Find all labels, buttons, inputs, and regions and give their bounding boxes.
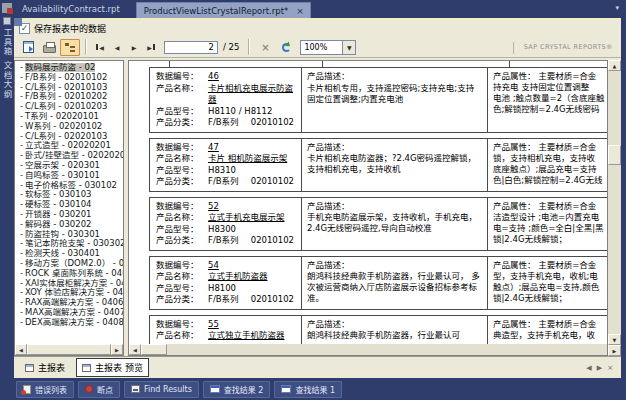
record-attributes: 锁|2.4G无线解锁； bbox=[493, 234, 607, 245]
last-page-button[interactable]: ▶ bbox=[143, 39, 159, 55]
tab-availability-contract[interactable]: AvailabilityContract.rpt bbox=[14, 4, 130, 18]
sidebar-tab-toolbox[interactable]: 工具箱 bbox=[0, 17, 14, 57]
tree-scrollbar-thumb[interactable] bbox=[27, 344, 111, 355]
tree-item[interactable]: C/L系列 - 02010203 bbox=[16, 102, 123, 112]
tree-item[interactable]: 检测天线 - 030401 bbox=[16, 249, 123, 259]
tree-item[interactable]: 自鸣标签 - 030101 bbox=[16, 171, 123, 181]
field-label: 产品名称： bbox=[156, 212, 208, 224]
designer-tab-strip: 主报表 主报表 预览 ◀ ▶ × bbox=[14, 356, 621, 378]
record-description: 卡片相机充电防盗器；?2.4G密码遥控解锁，支持相机充电，支持收机 bbox=[307, 153, 482, 175]
record-description: 卡片相机专用，支持遥控密码;支持充电;支持固定位置调整;内置充电池 bbox=[307, 83, 482, 105]
desc-label: 产品描述： bbox=[307, 71, 482, 83]
pane-scroll-left-icon[interactable]: ◀ bbox=[586, 364, 591, 372]
pane-close-icon[interactable]: × bbox=[607, 364, 613, 372]
tree-item[interactable]: 笔记本防抢支架 - 030302 bbox=[16, 239, 123, 249]
report-horizontal-scrollbar[interactable]: ◀ bbox=[129, 344, 607, 355]
last-page-arrow: ▶ bbox=[147, 44, 152, 51]
left-tool-strip: 工具箱 文档大纲 bbox=[0, 0, 14, 378]
tree-item[interactable]: RAX高端解决方案 - 0406 bbox=[16, 298, 123, 308]
last-page-icon bbox=[153, 44, 155, 50]
scroll-up-icon[interactable]: ▲ bbox=[608, 60, 621, 71]
tree-item[interactable]: DEX高端解决方案 - 0408 bbox=[16, 318, 123, 328]
tab-main-report-preview[interactable]: 主报表 预览 bbox=[76, 358, 149, 377]
tree-item[interactable]: F/B系列 - 02010102 bbox=[16, 73, 123, 83]
tree-item[interactable]: 移动方案（DOM2.0） - 040 bbox=[16, 259, 123, 269]
search-results-2-button[interactable]: 查找结果 2 bbox=[203, 381, 271, 398]
zoom-value: 100% bbox=[301, 43, 342, 52]
tree-item[interactable]: 立式造型 - 02020201 bbox=[16, 141, 123, 151]
stop-loading-button[interactable]: × bbox=[255, 39, 275, 56]
record-model: H8100 bbox=[208, 283, 236, 295]
record-attributes: 产品属性： 主要材质=合金 bbox=[493, 260, 607, 271]
error-list-button[interactable]: 错误列表 bbox=[16, 381, 74, 398]
tree-item[interactable]: 电子价格标签 - 030102 bbox=[16, 181, 123, 191]
tree-item[interactable]: 空展示架 - 020301 bbox=[16, 161, 123, 171]
report-icon bbox=[25, 364, 34, 372]
field-label: 产品分类： bbox=[156, 117, 208, 129]
crystal-reports-branding: SAP CRYSTAL REPORTS® bbox=[513, 42, 613, 54]
breakpoints-button[interactable]: 断点 bbox=[78, 381, 120, 398]
tree-item[interactable]: ROCK 桌面陈列系统 - 0403 bbox=[16, 269, 123, 279]
export-button[interactable] bbox=[18, 39, 38, 56]
refresh-button[interactable] bbox=[276, 39, 296, 56]
record-attributes: 色|白色;解锁控制=2.4G无线 bbox=[493, 175, 607, 186]
sidebar-tab-document-outline[interactable]: 文档大纲 bbox=[0, 61, 14, 99]
zoom-dropdown-icon[interactable]: ▼ bbox=[342, 41, 355, 54]
field-label: 产品名称： bbox=[156, 271, 208, 283]
pane-scroll-right-icon[interactable]: ▶ bbox=[597, 364, 602, 372]
vscrollbar-track[interactable] bbox=[608, 71, 621, 334]
record-attributes: 型，支持手机充电，收机;电 bbox=[493, 271, 607, 282]
tree-item[interactable]: 数码展示防盗 - 02 bbox=[16, 63, 123, 73]
tree-item[interactable]: 硬标签 - 030104 bbox=[16, 200, 123, 210]
report-toolbar: ◀ ◀ ▶ ▶ 2 / 25 × 100% ▼ SAP CRYSTAL REPO… bbox=[14, 37, 621, 58]
record-attributes: 锁|2.4G无线解锁； bbox=[493, 293, 607, 304]
tab-overflow-icon[interactable]: ▾ bbox=[615, 4, 626, 18]
scroll-right-icon[interactable]: ▶ bbox=[111, 344, 123, 355]
scroll-down-icon[interactable]: ▼ bbox=[608, 334, 621, 345]
main-report-label: 主报表 bbox=[38, 361, 65, 374]
tree-item[interactable]: XAI实体展柜解决方案 - 04 bbox=[16, 279, 123, 289]
tree-item[interactable]: XOY 体验店解决方案 - 040 bbox=[16, 288, 123, 298]
previous-page-button[interactable]: ◀ bbox=[109, 39, 125, 55]
toggle-group-tree-button[interactable] bbox=[60, 39, 80, 56]
search-results-1-button[interactable]: 查找结果 1 bbox=[274, 381, 342, 398]
tree-item[interactable]: 开锁器 - 030201 bbox=[16, 210, 123, 220]
report-hscrollbar-thumb[interactable] bbox=[141, 344, 167, 355]
close-icon[interactable]: × bbox=[296, 7, 304, 15]
tree-item[interactable]: C/L系列 - 02010103 bbox=[16, 83, 123, 93]
previous-page-icon: ◀ bbox=[115, 44, 120, 51]
tree-item[interactable]: MAX高端解决方案 - 0407 bbox=[16, 308, 123, 318]
group-tree-icon bbox=[65, 42, 75, 52]
desc-label: 产品描述： bbox=[307, 201, 482, 213]
find-results-button[interactable]: Find Results bbox=[124, 381, 199, 398]
tree-item[interactable]: T系列 - 02020101 bbox=[16, 112, 123, 122]
tab-main-report[interactable]: 主报表 bbox=[20, 359, 70, 376]
scroll-left-icon[interactable]: ◀ bbox=[129, 344, 141, 355]
tree-horizontal-scrollbar[interactable]: ◀ ▶ bbox=[15, 344, 123, 355]
app-icon bbox=[2, 3, 12, 13]
tree-item[interactable]: 软标签 - 030103 bbox=[16, 190, 123, 200]
record-attributes: 色;解锁控制=2.4G无线密码 bbox=[493, 104, 607, 115]
first-page-button[interactable]: ◀ bbox=[92, 39, 108, 55]
scroll-right-icon[interactable]: ▶ bbox=[608, 345, 621, 356]
tab-product-view-list[interactable]: ProductViewListCrystalReport.rpt* × bbox=[136, 2, 311, 18]
scroll-left-icon[interactable]: ◀ bbox=[15, 344, 27, 355]
report-vertical-scrollbar[interactable]: ▲ ▼ ▶ bbox=[608, 60, 621, 356]
document-area: ✓ 保存报表中的数据 ◀ ◀ ▶ ▶ 2 / 25 × 100% ▼ SAP C… bbox=[14, 18, 621, 378]
current-page-input[interactable]: 2 bbox=[164, 41, 218, 54]
search-results-icon bbox=[210, 385, 220, 393]
tree-item[interactable]: 卧式/挂壁造型 - 02020202 bbox=[16, 151, 123, 161]
record-category: F/B系列 bbox=[208, 235, 239, 247]
tree-item[interactable]: 解码器 - 030202 bbox=[16, 220, 123, 230]
tree-item[interactable]: W系列 - 02020102 bbox=[16, 122, 123, 132]
print-icon bbox=[43, 45, 56, 53]
record-name: 立式独立手机防盗器 bbox=[208, 330, 285, 342]
zoom-select[interactable]: 100% ▼ bbox=[300, 40, 356, 55]
page-total-label: / 25 bbox=[223, 42, 239, 52]
print-button[interactable] bbox=[39, 39, 59, 56]
next-page-button[interactable]: ▶ bbox=[126, 39, 142, 55]
tree-item[interactable]: C/L系列 - 02020103 bbox=[16, 132, 123, 142]
vscrollbar-thumb[interactable] bbox=[608, 145, 621, 165]
tree-item[interactable]: 防盗挂钩 - 030301 bbox=[16, 230, 123, 240]
tree-item[interactable]: F/B系列 - 02010202 bbox=[16, 92, 123, 102]
